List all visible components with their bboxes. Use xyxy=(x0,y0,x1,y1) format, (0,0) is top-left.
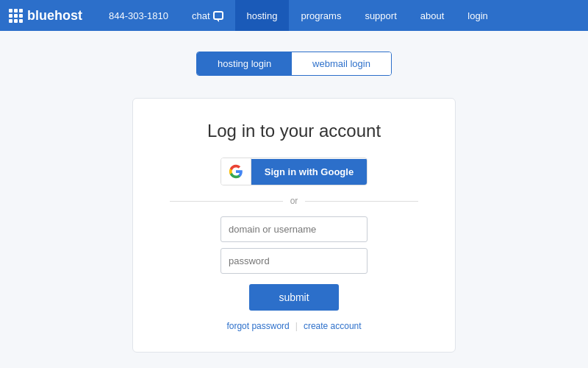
or-divider: or xyxy=(170,196,418,206)
nav-phone[interactable]: 844-303-1810 xyxy=(97,0,180,31)
nav-item-support[interactable]: support xyxy=(353,0,408,31)
nav-item-about[interactable]: about xyxy=(409,0,456,31)
tab-hosting-login[interactable]: hosting login xyxy=(197,52,292,75)
submit-button[interactable]: submit xyxy=(249,284,338,311)
logo[interactable]: bluehost xyxy=(9,8,82,24)
google-icon xyxy=(221,158,251,185)
login-form-container: Log in to your account Sign in with Goog… xyxy=(132,98,456,353)
create-account-link[interactable]: create account xyxy=(304,321,362,331)
google-btn-label: Sign in with Google xyxy=(251,159,367,185)
bottom-links: forgot password | create account xyxy=(226,321,361,331)
chat-bubble-icon xyxy=(213,11,223,20)
link-divider: | xyxy=(295,321,298,331)
or-line-left xyxy=(170,201,283,202)
nav-item-chat[interactable]: chat xyxy=(180,0,235,31)
or-text: or xyxy=(283,196,306,206)
nav-item-programs[interactable]: programs xyxy=(289,0,353,31)
nav-item-login[interactable]: login xyxy=(456,0,499,31)
logo-text: bluehost xyxy=(27,8,82,24)
nav-item-hosting[interactable]: hosting xyxy=(235,0,290,31)
username-input[interactable] xyxy=(220,216,368,242)
logo-grid-icon xyxy=(9,9,23,23)
main-nav: bluehost 844-303-1810 chat hosting progr… xyxy=(0,0,588,31)
or-line-right xyxy=(305,201,418,202)
main-content: hosting login webmail login Log in to yo… xyxy=(0,31,588,368)
nav-items: 844-303-1810 chat hosting programs suppo… xyxy=(97,0,579,31)
tab-webmail-login[interactable]: webmail login xyxy=(292,52,391,75)
google-g-svg xyxy=(229,164,243,179)
password-input[interactable] xyxy=(220,248,368,274)
form-title: Log in to your account xyxy=(207,121,381,141)
sign-in-google-button[interactable]: Sign in with Google xyxy=(220,158,368,185)
forgot-password-link[interactable]: forgot password xyxy=(226,321,289,331)
login-tabs: hosting login webmail login xyxy=(196,52,392,76)
